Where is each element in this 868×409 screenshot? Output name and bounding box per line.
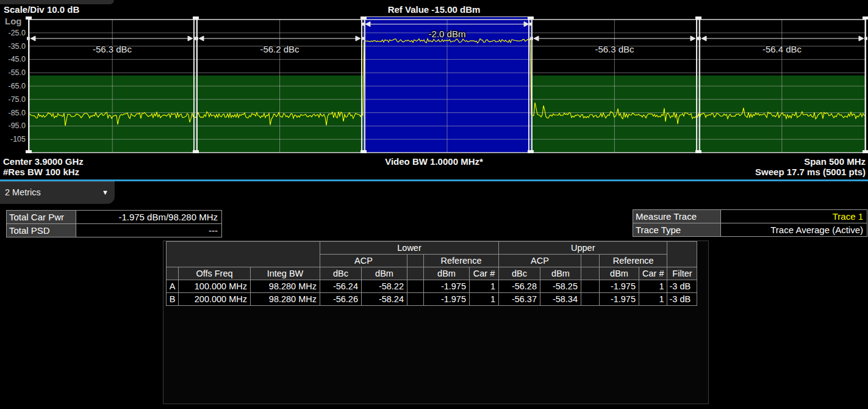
integ-bw-cell: 98.280 MHz	[251, 280, 320, 293]
total-car-pwr-label: Total Car Pwr	[7, 211, 76, 223]
acp-results-panel: Lower Upper ACP Reference ACP Reference …	[163, 241, 709, 404]
region-label-carrier: -2.0 dBm	[429, 29, 466, 39]
spacer-header	[581, 267, 600, 280]
span-annotation[interactable]: Span 500 MHz	[804, 156, 866, 167]
offset-row-B: B 200.000 MHz 98.280 MHz -56.26 -58.24 -…	[167, 293, 697, 306]
y-axis-tick-label: -65.0	[0, 82, 26, 90]
upper-dbm-cell: -58.34	[540, 293, 581, 306]
lower-car-cell: 1	[470, 293, 499, 306]
dbc-header: dBc	[499, 267, 540, 280]
upper-dbm-cell: -58.25	[540, 280, 581, 293]
spacer-header	[407, 255, 424, 267]
ref-dbm-header: dBm	[424, 267, 470, 280]
offs-freq-cell: 200.000 MHz	[179, 293, 251, 306]
lower-reference-header: Reference	[424, 255, 499, 267]
region-label-lower-offset-b: -56.3 dBc	[93, 44, 132, 54]
integ-bw-cell: 98.280 MHz	[251, 293, 320, 306]
dbm-header: dBm	[362, 267, 407, 280]
res-bw-annotation[interactable]: #Res BW 100 kHz	[3, 167, 79, 177]
y-axis-tick-label: -55.0	[0, 68, 26, 77]
region-label-upper-offset-a: -56.3 dBc	[595, 44, 634, 54]
dbc-header: dBc	[320, 267, 362, 280]
y-axis-tick-label: -105	[0, 135, 26, 143]
y-axis-tick-label: -25.0	[0, 29, 26, 37]
blank-header	[167, 267, 179, 280]
measure-trace-label: Measure Trace	[633, 210, 720, 223]
lower-ref-dbm-cell: -1.975	[424, 280, 470, 293]
lower-ref-dbm-cell: -1.975	[424, 293, 470, 306]
blank-header	[667, 242, 697, 267]
spacer-header	[581, 255, 600, 267]
integ-bw-header: Integ BW	[251, 267, 320, 280]
channel-span-arrow	[27, 36, 196, 41]
y-axis-tick-label: -85.0	[0, 109, 26, 117]
spacer-cell	[581, 293, 600, 306]
spacer-cell	[581, 280, 600, 293]
table-column-header-row: Offs Freq Integ BW dBc dBm dBm Car # dBc…	[167, 267, 697, 280]
trace-type-value[interactable]: Trace Average (Active)	[721, 223, 867, 236]
channel-span-arrow	[698, 36, 867, 41]
lower-dbc-cell: -56.26	[320, 293, 362, 306]
measure-trace-value[interactable]: Trace 1	[721, 210, 867, 223]
acp-results-table: Lower Upper ACP Reference ACP Reference …	[166, 241, 697, 306]
offs-freq-cell: 100.000 MHz	[179, 280, 251, 293]
lower-dbm-cell: -58.22	[362, 280, 407, 293]
trace-type-label: Trace Type	[633, 223, 720, 236]
total-psd-value: ---	[76, 224, 221, 237]
video-bw-annotation[interactable]: Video BW 1.0000 MHz*	[385, 156, 483, 167]
center-freq-annotation[interactable]: Center 3.9000 GHz	[3, 156, 84, 167]
y-axis-tick-label: -35.0	[0, 42, 26, 51]
metrics-block: Total Car Pwr-1.975 dBm/98.280 MHzTotal …	[6, 210, 222, 237]
offset-row-A: A 100.000 MHz 98.280 MHz -56.24 -58.22 -…	[167, 280, 697, 293]
trace-info-block: Measure TraceTrace 1Trace TypeTrace Aver…	[633, 209, 867, 237]
region-label-upper-offset-b: -56.4 dBc	[762, 44, 802, 54]
car-header: Car #	[639, 267, 667, 280]
upper-dbc-cell: -56.37	[499, 293, 540, 306]
lower-dbm-cell: -58.24	[362, 293, 407, 306]
upper-ref-dbm-cell: -1.975	[600, 280, 639, 293]
sweep-annotation[interactable]: Sweep 17.7 ms (5001 pts)	[755, 167, 866, 177]
offset-id: B	[167, 293, 179, 306]
lower-group-header: Lower	[320, 242, 499, 255]
offs-freq-header: Offs Freq	[179, 267, 251, 280]
spacer-cell	[407, 280, 424, 293]
upper-car-cell: 1	[639, 280, 667, 293]
filter-header: Filter	[667, 267, 697, 280]
spacer-cell	[407, 293, 424, 306]
blank-header	[167, 242, 320, 267]
lower-car-cell: 1	[470, 280, 499, 293]
filter-cell: -3 dB	[667, 280, 697, 293]
window-separator-line	[0, 179, 868, 181]
metrics-dropdown[interactable]: 2 Metrics ▼	[0, 181, 115, 204]
ref-dbm-header: dBm	[600, 267, 639, 280]
total-car-pwr-value: -1.975 dBm/98.280 MHz	[76, 211, 221, 223]
upper-group-header: Upper	[499, 242, 667, 255]
filter-cell: -3 dB	[667, 293, 697, 306]
dbm-header: dBm	[540, 267, 581, 280]
total-psd-label: Total PSD	[7, 224, 76, 237]
spacer-header	[407, 267, 424, 280]
y-axis-tick-label: -45.0	[0, 55, 26, 63]
metrics-dropdown-label: 2 Metrics	[5, 182, 41, 203]
upper-acp-header: ACP	[499, 255, 581, 267]
y-axis-tick-label: -75.0	[0, 95, 26, 104]
lower-dbc-cell: -56.24	[320, 280, 362, 293]
upper-reference-header: Reference	[600, 255, 667, 267]
table-group-header-row: Lower Upper	[167, 242, 697, 255]
offset-id: A	[167, 280, 179, 293]
chevron-down-icon: ▼	[102, 182, 109, 203]
lower-acp-header: ACP	[320, 255, 407, 267]
analyzer-screen: Scale/Div 10.0 dB Ref Value -15.00 dBm L…	[0, 0, 868, 409]
y-axis-scale-type: Log	[5, 16, 22, 26]
y-axis-tick-label: -95.0	[0, 121, 26, 130]
upper-car-cell: 1	[639, 293, 667, 306]
upper-ref-dbm-cell: -1.975	[600, 293, 639, 306]
car-header: Car #	[470, 267, 499, 280]
upper-dbc-cell: -56.28	[499, 280, 540, 293]
region-label-lower-offset-a: -56.2 dBc	[260, 44, 299, 54]
